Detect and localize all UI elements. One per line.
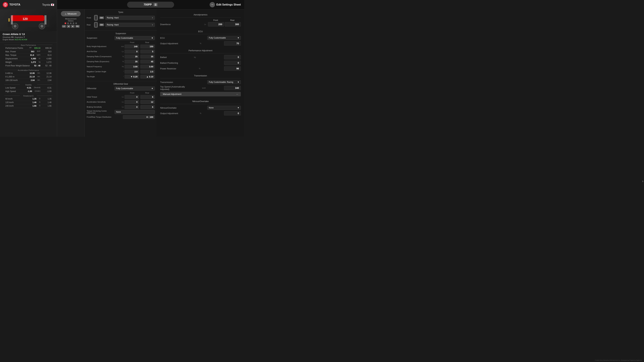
rot-g-row-1: 120 km/h 1.46 G 1.46 bbox=[5, 101, 52, 104]
rot-g-row-2: 240 km/h 1.66 G 1.66 bbox=[5, 104, 52, 108]
top-speed-value[interactable]: 340 bbox=[224, 86, 241, 90]
ballast-value[interactable]: 0 bbox=[224, 55, 241, 59]
suspension-type-select[interactable]: Fully Customisable ▼ bbox=[114, 36, 155, 40]
susp-front-val-2[interactable]: 35 bbox=[124, 55, 139, 58]
edit-settings-button[interactable]: ··· Edit Settings Sheet bbox=[210, 2, 241, 7]
stat-pp-values: PP 699.34 699.34 bbox=[29, 47, 52, 49]
diff-front-val-1[interactable]: 0 bbox=[124, 100, 139, 104]
susp-rear-val-6[interactable]: ▲ 0.10 bbox=[140, 75, 155, 79]
diff-front-val-2[interactable]: 0 bbox=[124, 105, 139, 109]
stat-frweight-main: 52 : 48 bbox=[34, 64, 40, 67]
aerodynamics-section: Aerodynamics Front Rear Downforce Lv. 20… bbox=[160, 12, 241, 26]
nitrous-type-value: None bbox=[209, 107, 214, 109]
susp-param-row-1: Anti-Roll Bar Lv. 8 5 bbox=[87, 49, 155, 54]
svg-rect-6 bbox=[29, 15, 43, 21]
diff-front-val-0[interactable]: 0 bbox=[124, 95, 139, 99]
susp-rear-val-3[interactable]: 45 bbox=[140, 60, 155, 63]
suspension-label: Suspension bbox=[87, 37, 97, 39]
stat-torque-unit: kgfm bbox=[37, 54, 40, 56]
flag-icon: 🇯🇵 bbox=[51, 3, 54, 6]
aerodynamics-title: Aerodynamics bbox=[160, 12, 241, 17]
svg-rect-14 bbox=[8, 18, 10, 22]
pp-menu-icon[interactable]: ☰ bbox=[154, 3, 158, 6]
aero-front-header: Front bbox=[207, 19, 224, 21]
susp-param-row-3: Damping Ratio (Expansion) % 35 45 bbox=[87, 59, 155, 64]
diff-rear-val-0[interactable]: 6 bbox=[140, 95, 155, 99]
rear-tyre-label: Rear bbox=[87, 24, 92, 26]
power-rest-label: Power Restrictor bbox=[160, 67, 176, 70]
susp-rear-val-5[interactable]: 2.5 bbox=[140, 70, 155, 73]
diff-rear-val-2[interactable]: 6 bbox=[140, 105, 155, 109]
transmission-type-select[interactable]: Fully Customisable: Racing ▼ bbox=[207, 80, 241, 84]
stat-power-secondary: 563 bbox=[43, 50, 52, 53]
manual-adjustment-button[interactable]: Manual Adjustment ··· bbox=[160, 92, 241, 96]
next-arrow[interactable]: ► bbox=[71, 25, 75, 28]
ecu-type-select[interactable]: Fully Customisable ▼ bbox=[207, 36, 241, 40]
r1-badge[interactable]: R1 bbox=[75, 25, 80, 28]
history-dots bbox=[64, 22, 77, 24]
downforce-lv: Lv. bbox=[204, 23, 206, 25]
ballast-unit: kg bbox=[194, 56, 196, 58]
history-dot-5 bbox=[75, 22, 77, 24]
susp-rear-val-0[interactable]: 150 bbox=[140, 44, 155, 48]
susp-front-val-3[interactable]: 35 bbox=[124, 60, 139, 63]
transmission-label: Transmission bbox=[160, 81, 173, 83]
rear-tyre-value: Racing: Hard bbox=[107, 24, 118, 26]
nitrous-output-value[interactable]: 0 bbox=[224, 111, 241, 115]
front-tyre-select[interactable]: Racing: Hard ▼ bbox=[105, 16, 155, 20]
svg-rect-16 bbox=[95, 16, 97, 20]
rear-tyre-icon bbox=[94, 22, 98, 28]
front-tyre-arrow: ▼ bbox=[152, 17, 153, 19]
susp-rear-val-2[interactable]: 35 bbox=[140, 55, 155, 58]
l1-badge[interactable]: L1 bbox=[62, 25, 66, 28]
ballast-pos-row: Ballast Positioning 0 bbox=[160, 61, 241, 65]
edit-settings-label: Edit Settings Sheet bbox=[216, 3, 241, 6]
transmission-row: Transmission Fully Customisable: Racing … bbox=[160, 80, 241, 84]
measure-button[interactable]: Measure bbox=[61, 11, 80, 16]
downforce-rear-value[interactable]: 300 bbox=[225, 22, 241, 26]
susp-front-val-4[interactable]: 3.00 bbox=[124, 65, 139, 68]
torque-vectoring-select[interactable]: None bbox=[114, 110, 155, 114]
top-speed-row: Top Speed (AutomaticallyAdjusted) km/h 3… bbox=[160, 85, 241, 90]
accel-label-1: 0-1,000 m bbox=[5, 76, 14, 78]
susp-front-val-6[interactable]: ▼ 0.20 bbox=[124, 75, 139, 79]
ecu-title: ECU bbox=[160, 29, 241, 34]
susp-rear-val-1[interactable]: 5 bbox=[140, 50, 155, 53]
differential-type-select[interactable]: Fully Customisable ▼ bbox=[114, 86, 155, 90]
accel-label-2: 100-150 km/h bbox=[5, 79, 18, 81]
susp-param-row-0: Body Height Adjustment mm 140 150 bbox=[87, 44, 155, 49]
susp-rear-val-4[interactable]: 3.00 bbox=[140, 65, 155, 68]
brand-header: TOYOTA Toyota 🇯🇵 bbox=[0, 0, 57, 9]
nitrous-type-select[interactable]: None ▼ bbox=[207, 106, 241, 110]
stat-row-displacement: Displacement 4,480 cc 4,480 bbox=[5, 57, 52, 60]
torque-dist-val-4[interactable]: 0 : 100 bbox=[123, 115, 155, 119]
pp-selector[interactable]: 700PP ☰ bbox=[127, 2, 174, 8]
rear-rh-badge: RH bbox=[99, 23, 104, 26]
diff-param-row-3: Torque-Vectoring Centre Differential Non… bbox=[87, 110, 155, 114]
stat-power-values: 563 BHP 563 bbox=[31, 50, 52, 53]
prev-arrow[interactable]: ◄ bbox=[67, 25, 70, 28]
accel-perf-title: Acceleration Performance bbox=[3, 68, 54, 71]
car-illustration: 120 bbox=[4, 10, 53, 30]
ballast-pos-value[interactable]: 0 bbox=[224, 61, 241, 65]
stat-power-main: 563 bbox=[31, 50, 34, 53]
top-speed-label: Top Speed (AutomaticallyAdjusted) bbox=[160, 85, 185, 90]
diff-param-row-4: Front/Rear Torque Distribution 0 : 100 bbox=[87, 115, 155, 119]
susp-front-val-0[interactable]: 140 bbox=[124, 44, 139, 48]
suspension-section: Suspension Suspension Fully Customisable… bbox=[85, 31, 157, 81]
rot-g-row-0: 60 km/h 1.35 G 1.35 bbox=[5, 97, 52, 101]
nitrous-type-arrow: ▼ bbox=[237, 107, 239, 109]
base-performance-table: Performance Points PP 699.34 699.34 Max.… bbox=[3, 46, 54, 67]
diff-rear-val-1[interactable]: 12 bbox=[140, 100, 155, 104]
suspension-col-headers: Front Rear bbox=[87, 41, 155, 43]
car-drivetrain: Drivetrain FR / Aspiration T bbox=[3, 36, 54, 38]
susp-front-val-1[interactable]: 8 bbox=[124, 50, 139, 53]
ecu-output-value[interactable]: 70 bbox=[224, 41, 241, 45]
power-rest-value[interactable]: 96 bbox=[224, 66, 241, 71]
edit-settings-icon: ··· bbox=[210, 2, 215, 7]
rear-tyre-select[interactable]: Racing: Hard ▼ bbox=[105, 23, 155, 27]
svg-rect-8 bbox=[44, 15, 46, 24]
car-name: Crown Athlete G '13 bbox=[3, 33, 54, 35]
downforce-front-value[interactable]: 200 bbox=[208, 22, 224, 26]
susp-front-val-5[interactable]: 2.0 bbox=[124, 70, 139, 73]
